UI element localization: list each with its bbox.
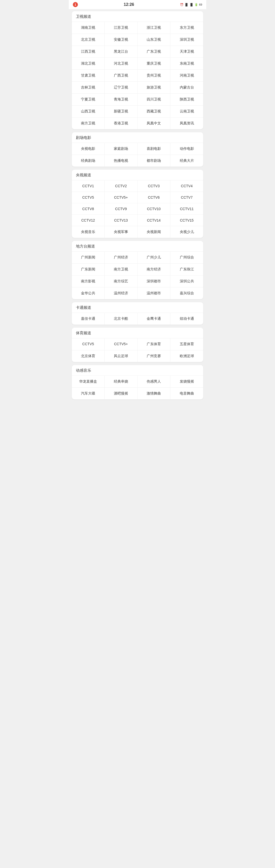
grid-item[interactable]: 云南卫视 (170, 105, 203, 118)
grid-item[interactable]: 电音舞曲 (170, 388, 203, 399)
grid-item[interactable]: 五星体育 (170, 338, 203, 350)
grid-item[interactable]: 东方卫视 (170, 22, 203, 34)
grid-item[interactable]: 家庭剧场 (105, 143, 138, 155)
grid-item[interactable]: 经典串烧 (105, 376, 138, 388)
grid-item[interactable]: 伤感男人 (138, 376, 170, 388)
grid-item[interactable]: CCTV5 (72, 338, 105, 350)
grid-item[interactable]: 旅游卫视 (138, 82, 170, 94)
grid-item[interactable]: 浙江卫视 (138, 22, 170, 34)
grid-item[interactable]: 北京体育 (72, 350, 105, 362)
grid-item[interactable]: 喜剧电影 (138, 143, 170, 155)
grid-item[interactable]: 深圳都市 (138, 276, 170, 287)
grid-item[interactable]: 炫动卡通 (170, 313, 203, 324)
grid-item[interactable]: 央视少儿 (170, 226, 203, 238)
grid-item[interactable]: 热播电视 (105, 155, 138, 167)
grid-item[interactable]: CCTV5+ (105, 192, 138, 203)
grid-item[interactable]: 广州综合 (170, 252, 203, 264)
grid-item[interactable]: 广东卫视 (138, 46, 170, 58)
grid-item[interactable]: 凤凰中文 (138, 118, 170, 129)
grid-item[interactable]: 广州经济 (105, 252, 138, 264)
grid-item[interactable]: 欧洲足球 (170, 350, 203, 362)
grid-item[interactable]: 重庆卫视 (138, 58, 170, 70)
grid-item[interactable]: 激情舞曲 (138, 388, 170, 399)
grid-item[interactable]: 汽车大碟 (72, 388, 105, 399)
grid-item[interactable]: CCTV11 (170, 203, 203, 215)
grid-item[interactable]: 天津卫视 (170, 46, 203, 58)
grid-item[interactable]: 都市剧场 (138, 155, 170, 167)
grid-item[interactable]: 经典大片 (170, 155, 203, 167)
grid-item[interactable]: 北京卫视 (72, 34, 105, 46)
grid-item[interactable]: 金鹰卡通 (138, 313, 170, 324)
grid-item[interactable]: 南方卫视 (105, 264, 138, 276)
grid-item[interactable]: 广东体育 (138, 338, 170, 350)
grid-item[interactable]: 广州新闻 (72, 252, 105, 264)
grid-item[interactable]: 内蒙古台 (170, 82, 203, 94)
grid-item[interactable]: 深圳卫视 (170, 34, 203, 46)
grid-item[interactable]: 发烧慢摇 (170, 376, 203, 388)
grid-item[interactable]: CCTV12 (72, 215, 105, 226)
grid-item[interactable]: 动作电影 (170, 143, 203, 155)
grid-item[interactable]: 山东卫视 (138, 34, 170, 46)
grid-item[interactable]: CCTV6 (138, 192, 170, 203)
grid-item[interactable]: 新疆卫视 (105, 105, 138, 118)
grid-item[interactable]: 嘉兴综合 (170, 287, 203, 299)
grid-item[interactable]: 山西卫视 (72, 105, 105, 118)
grid-item[interactable]: 央视军事 (105, 226, 138, 238)
grid-item[interactable]: 西藏卫视 (138, 105, 170, 118)
grid-item[interactable]: 央视新闻 (138, 226, 170, 238)
grid-item[interactable]: 广州少儿 (138, 252, 170, 264)
grid-item[interactable]: 经典剧场 (72, 155, 105, 167)
grid-item[interactable]: 广西卫视 (105, 70, 138, 82)
grid-item[interactable]: CCTV15 (170, 215, 203, 226)
grid-item[interactable]: 凤凰资讯 (170, 118, 203, 129)
grid-item[interactable]: 华龙直播盒 (72, 376, 105, 388)
grid-item[interactable]: CCTV14 (138, 215, 170, 226)
grid-item[interactable]: 广东珠江 (170, 264, 203, 276)
grid-item[interactable]: 南方卫视 (72, 118, 105, 129)
grid-item[interactable]: 辽宁卫视 (105, 82, 138, 94)
grid-item[interactable]: 广东新闻 (72, 264, 105, 276)
grid-item[interactable]: 北京卡酷 (105, 313, 138, 324)
grid-item[interactable]: CCTV5+ (105, 338, 138, 350)
grid-item[interactable]: 四川卫视 (138, 94, 170, 105)
grid-item[interactable]: CCTV2 (105, 180, 138, 192)
grid-item[interactable]: 甘肃卫视 (72, 70, 105, 82)
grid-item[interactable]: CCTV4 (170, 180, 203, 192)
grid-item[interactable]: 吉林卫视 (72, 82, 105, 94)
grid-item[interactable]: 陕西卫视 (170, 94, 203, 105)
grid-item[interactable]: CCTV9 (105, 203, 138, 215)
grid-item[interactable]: CCTV10 (138, 203, 170, 215)
grid-item[interactable]: 安徽卫视 (105, 34, 138, 46)
grid-item[interactable]: 央视音乐 (72, 226, 105, 238)
grid-item[interactable]: 酒吧慢摇 (105, 388, 138, 399)
grid-item[interactable]: CCTV1 (72, 180, 105, 192)
grid-item[interactable]: CCTV5 (72, 192, 105, 203)
grid-item[interactable]: 南方综艺 (105, 276, 138, 287)
grid-item[interactable]: 河北卫视 (105, 58, 138, 70)
grid-item[interactable]: 深圳公共 (170, 276, 203, 287)
grid-item[interactable]: 南方影视 (72, 276, 105, 287)
grid-item[interactable]: CCTV7 (170, 192, 203, 203)
grid-item[interactable]: 东南卫视 (170, 58, 203, 70)
grid-item[interactable]: 温州都市 (138, 287, 170, 299)
grid-item[interactable]: 嘉佳卡通 (72, 313, 105, 324)
grid-item[interactable]: 香港卫视 (105, 118, 138, 129)
grid-item[interactable]: 温州经济 (105, 287, 138, 299)
grid-item[interactable]: 黑龙江台 (105, 46, 138, 58)
grid-item[interactable]: 央视电影 (72, 143, 105, 155)
grid-item[interactable]: 湖北卫视 (72, 58, 105, 70)
grid-item[interactable]: CCTV8 (72, 203, 105, 215)
grid-item[interactable]: CCTV13 (105, 215, 138, 226)
grid-item[interactable]: CCTV3 (138, 180, 170, 192)
grid-item[interactable]: 湖南卫视 (72, 22, 105, 34)
grid-item[interactable]: 广州竞赛 (138, 350, 170, 362)
grid-item[interactable]: 贵州卫视 (138, 70, 170, 82)
grid-item[interactable]: 宁夏卫视 (72, 94, 105, 105)
grid-item[interactable]: 金华公共 (72, 287, 105, 299)
grid-item[interactable]: 南方经济 (138, 264, 170, 276)
grid-item[interactable]: 风云足球 (105, 350, 138, 362)
grid-item[interactable]: 江苏卫视 (105, 22, 138, 34)
grid-item[interactable]: 河南卫视 (170, 70, 203, 82)
grid-item[interactable]: 江西卫视 (72, 46, 105, 58)
grid-item[interactable]: 青海卫视 (105, 94, 138, 105)
